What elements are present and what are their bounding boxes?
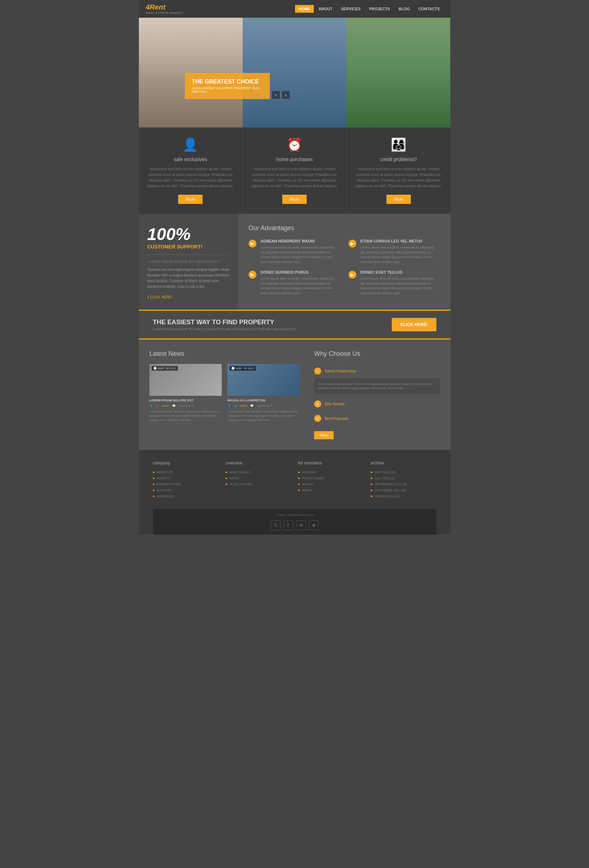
support-tagline: LOREM IPSUM DOLOR SIT AMETCONST <box>147 260 229 263</box>
feature-home-purchases: ⏰ home purchases Vestibulum quis felis u… <box>243 127 347 214</box>
news-author-0[interactable]: admin <box>161 404 169 407</box>
footer-overview-title: overview <box>226 461 291 465</box>
adv-body-1: Lorem ipsum dolor sit amet, consectetuer… <box>361 245 440 264</box>
why-more-button[interactable]: More <box>314 431 334 439</box>
advantages-grid: ▶ AENEAN HENDRERIT MAURI Lorem ipsum dol… <box>249 239 440 295</box>
news-image-0: 🕐 MAR. 30 2012 <box>149 364 222 396</box>
hero-next-arrow[interactable]: › <box>281 91 290 99</box>
footer-link-may2011[interactable]: MAY 2011 (26) <box>371 471 437 474</box>
news-headline-1: MASSA AS LAORRETUM <box>227 399 300 402</box>
comment-icon-0: 💬 <box>172 404 176 407</box>
footer-link-news-members[interactable]: NEWS <box>298 489 364 492</box>
footer-link-forums[interactable]: FORUMS <box>298 471 364 474</box>
hero-panel-3 <box>346 18 450 127</box>
footer-link-july2011[interactable]: JULY 2011 (9) <box>371 477 437 480</box>
footer-link-sign-in[interactable]: SIGN IN <box>298 483 364 486</box>
comment-icon-1: 💬 <box>250 404 254 407</box>
user-icon-1: 👤 <box>227 404 231 407</box>
home-purchases-more-button[interactable]: More <box>282 195 307 204</box>
hero-slider: THE GREATEST CHOICE ALIQUAM ERAT VOLUTPA… <box>139 18 450 127</box>
cta-text: THE EASIEST WAY TO FIND PROPERTY LOREM I… <box>153 319 296 331</box>
news-author-1[interactable]: admin <box>240 404 247 407</box>
cta-button[interactable]: CLICK HERE! <box>392 318 436 331</box>
hero-prev-arrow[interactable]: ‹ <box>272 91 280 99</box>
footer-link-support[interactable]: SUPPORT <box>153 489 219 492</box>
footer-members-title: for members <box>298 461 364 465</box>
support-box: 100% CUSTOMER SUPPORT! LOREM IPSUM DOLOR… <box>139 214 238 310</box>
twitter-icon[interactable]: 𝕏 <box>271 520 281 530</box>
credit-problems-body: Vestibulum quis felis ut enim aliquam ia… <box>355 166 442 189</box>
footer-link-promotions[interactable]: PROMOTIONS <box>298 477 364 480</box>
nav-about[interactable]: ABOUT <box>315 5 336 13</box>
nav-blog[interactable]: BLOG <box>395 5 413 13</box>
footer-archive-title: archive <box>371 461 437 465</box>
why-column: Why Choose Us − Clients Relationship Lor… <box>314 350 440 439</box>
news-date-0: 🕐 MAR. 30 2012 <box>152 366 178 371</box>
adv-arrow-1: ▶ <box>349 240 356 248</box>
home-purchases-body: Vestibulum quis felis ut enim aliquam ia… <box>251 166 338 189</box>
footer-overview: overview WHAT WE DO NEWS IT SOLUTIONS <box>226 461 291 500</box>
adv-item-1: ▶ ETIAM CURSUS LEO VEL METUS Lorem ipsum… <box>349 239 440 264</box>
credit-problems-title: credit problems? <box>355 156 442 162</box>
why-icon-1: + <box>314 400 321 407</box>
why-item-1[interactable]: + Elite Rentals <box>314 397 440 411</box>
nav-projects[interactable]: PROJECTS <box>366 5 394 13</box>
footer-link-schedule[interactable]: SCHEDULE <box>153 495 219 498</box>
why-item-2[interactable]: + Best Proposals <box>314 411 440 426</box>
hero-arrows: ‹ › <box>272 91 290 99</box>
footer: company ABOUT US CLIENTS PRESENTATION SU… <box>139 450 450 534</box>
nav-contacts[interactable]: CONTACTS <box>415 5 443 13</box>
footer-link-clients[interactable]: CLIENTS <box>153 477 219 480</box>
hero-overlay: THE GREATEST CHOICE ALIQUAM ERAT VOLUTPA… <box>185 73 270 99</box>
footer-archive: archive MAY 2011 (26) JULY 2011 (9) SEPT… <box>371 461 437 500</box>
cta-title: THE EASIEST WAY TO FIND PROPERTY <box>153 319 296 326</box>
footer-link-sep2011[interactable]: SEPTEMBER 2011 (8) <box>371 483 437 486</box>
why-label-0: Clients Relationship <box>325 369 356 373</box>
support-click-here[interactable]: ℹ CLICK HERE! <box>147 295 229 299</box>
footer-link-news[interactable]: NEWS <box>226 477 291 480</box>
facebook-icon[interactable]: f <box>283 520 293 530</box>
footer-link-mar2012[interactable]: MARCH 2012 (13) <box>371 495 437 498</box>
footer-link-what-we-do[interactable]: WHAT WE DO <box>226 471 291 474</box>
footer-link-nov2011[interactable]: NOVEMBER 2011 (9) <box>371 489 437 492</box>
sale-exclusives-more-button[interactable]: More <box>178 195 203 204</box>
logo-title: 4Rent <box>146 3 184 11</box>
news-meta-0: 👤 by admin 💬 comments 0 <box>149 404 222 407</box>
sale-exclusives-body: Vestibulum quis felis ut enim aliquam ia… <box>147 166 234 189</box>
hero-subtitle: ALIQUAM ERAT VOLUTPAT. PRAESENT QUIS NIB… <box>192 86 263 93</box>
adv-arrow-3: ▶ <box>349 271 356 279</box>
footer-grid: company ABOUT US CLIENTS PRESENTATION SU… <box>153 461 437 509</box>
credit-problems-more-button[interactable]: More <box>386 195 411 204</box>
news-card-1: 🕐 MAR. 30 2012 MASSA AS LAORRETUM 👤 by a… <box>227 364 300 422</box>
why-item-0[interactable]: − Clients Relationship <box>314 364 440 378</box>
hero-panel-1 <box>139 18 243 127</box>
email-icon[interactable]: ✉ <box>296 520 306 530</box>
news-comments-0: comments 0 <box>179 404 194 407</box>
news-column: Latest News 🕐 MAR. 30 2012 LOREM IPSUM D… <box>149 350 300 439</box>
adv-title-2: DONEC EUISMOD PURUS <box>260 270 340 275</box>
adv-arrow-2: ▶ <box>249 271 256 279</box>
support-label: CUSTOMER SUPPORT! <box>147 244 229 249</box>
footer-bottom: © 2014 | PRIVACY POLICY 𝕏 f ✉ ⊕ <box>153 509 437 534</box>
why-icon-0: − <box>314 368 321 375</box>
sale-exclusives-title: sale exclusives <box>147 156 234 162</box>
logo: 4Rent REAL ESTATE AGENCY <box>146 3 184 15</box>
nav-services[interactable]: SERVICES <box>337 5 364 13</box>
footer-company: company ABOUT US CLIENTS PRESENTATION SU… <box>153 461 219 500</box>
social-icons: 𝕏 f ✉ ⊕ <box>157 520 432 530</box>
footer-link-it-solutions[interactable]: IT SOLUTIONS <box>226 483 291 486</box>
user-icon-0: 👤 <box>149 404 153 407</box>
footer-link-about-us[interactable]: ABOUT US <box>153 471 219 474</box>
footer-link-presentation[interactable]: PRESENTATION <box>153 483 219 486</box>
why-label-1: Elite Rentals <box>325 402 345 406</box>
why-title: Why Choose Us <box>314 350 440 357</box>
nav-home[interactable]: HOME <box>295 5 314 13</box>
news-image-1: 🕐 MAR. 30 2012 <box>227 364 300 396</box>
news-headline-0: LOREM IPSUM DOLORE EST <box>149 399 222 402</box>
news-comments-1: comments 0 <box>256 404 272 407</box>
news-body-1: Lorem ipsum dolor sit amet, consectetuer… <box>227 410 300 422</box>
footer-members: for members FORUMS PROMOTIONS SIGN IN NE… <box>298 461 364 500</box>
news-meta-1: 👤 by admin 💬 comments 0 <box>227 404 300 407</box>
adv-item-3: ▶ DONEC EGET TELLUS Lorem ipsum dolor si… <box>349 270 440 295</box>
rss-icon[interactable]: ⊕ <box>309 520 319 530</box>
